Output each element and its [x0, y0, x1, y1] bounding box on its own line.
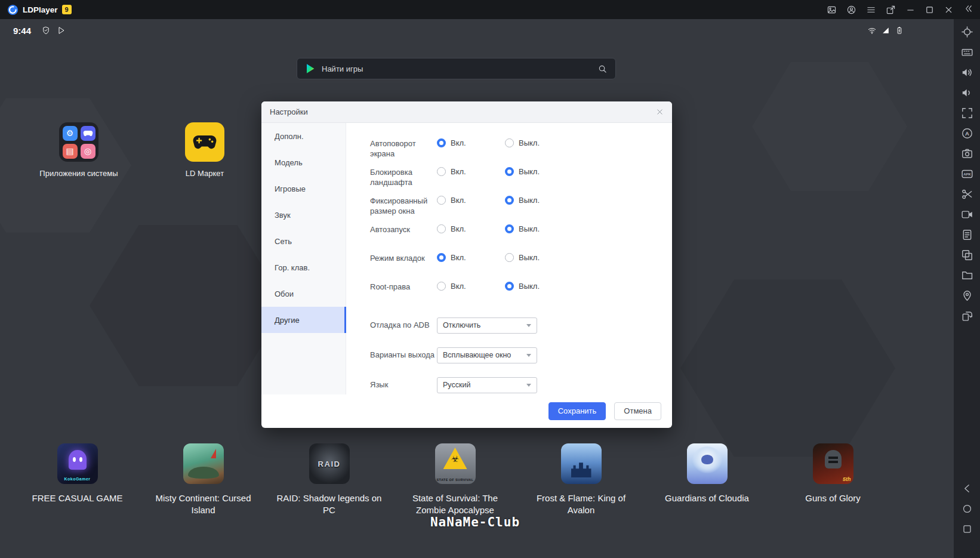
app-tile[interactable]: STATE OF SURVIVAL [435, 443, 476, 484]
cancel-button[interactable]: Отмена [614, 402, 661, 420]
wallpaper-icon[interactable] [827, 5, 836, 14]
dock-app-0[interactable]: KokoGamerFREE CASUAL GAME [14, 443, 140, 516]
radio-icon[interactable] [437, 282, 446, 291]
setting-label: Блокировка ландшафта [370, 167, 437, 187]
dropdown-0[interactable]: Отключить [437, 317, 537, 334]
folder-icon[interactable] [961, 270, 973, 281]
svg-text:APK: APK [963, 172, 971, 176]
dropdown-1[interactable]: Всплывающее окно [437, 347, 537, 363]
script-icon[interactable] [961, 229, 973, 241]
locate-icon[interactable] [961, 26, 973, 38]
location-icon[interactable] [961, 290, 973, 301]
dock-app-6[interactable]: 5thGuns of Glory [770, 443, 896, 516]
watermark: NaNaMe-Club [430, 515, 520, 529]
radio-option-on-3[interactable]: Вкл. [437, 224, 505, 233]
fullscreen-icon[interactable] [961, 107, 973, 119]
screenshot-icon[interactable] [961, 148, 973, 159]
dock-app-2[interactable]: RAIDRAID: Shadow legends on PC [266, 443, 392, 516]
game-search-bar[interactable]: Найти игры [297, 58, 616, 79]
radio-icon[interactable] [505, 196, 514, 205]
app-tile[interactable]: 5th [813, 443, 853, 484]
virtual-key-icon[interactable]: A [961, 128, 973, 139]
ld-market-tile[interactable] [185, 122, 224, 162]
radio-icon[interactable] [437, 253, 446, 262]
popout-icon[interactable] [886, 5, 895, 14]
radio-icon[interactable] [505, 282, 514, 291]
apk-icon[interactable]: APK [961, 168, 973, 180]
radio-option-on-4[interactable]: Вкл. [437, 253, 505, 262]
close-icon[interactable] [944, 5, 953, 14]
radio-icon[interactable] [437, 167, 446, 176]
ld-market-app[interactable]: LD Маркет [154, 122, 255, 178]
volume-down-icon[interactable] [961, 87, 973, 98]
ldplayer-window: LDPlayer 9 9:44 Найти [0, 0, 980, 558]
settings-dialog: Настройки Дополн.МодельИгровыеЗвукСетьГо… [261, 101, 672, 428]
collapse-icon[interactable] [964, 4, 973, 13]
minimize-icon[interactable] [906, 5, 915, 14]
app-tile[interactable] [687, 443, 728, 484]
radio-option-off-1[interactable]: Выкл. [505, 167, 573, 176]
dock-app-5[interactable]: Guardians of Cloudia [644, 443, 770, 516]
scissors-icon[interactable] [961, 189, 973, 200]
app-tile[interactable] [183, 443, 224, 484]
svg-text:A: A [965, 130, 969, 137]
radio-icon[interactable] [505, 253, 514, 262]
save-button[interactable]: Сохранить [548, 402, 606, 420]
radio-icon[interactable] [505, 138, 514, 147]
radio-icon[interactable] [437, 196, 446, 205]
settings-tab-4[interactable]: Сеть [261, 228, 346, 254]
folder-tile[interactable]: ⚙▤◎ [59, 122, 98, 162]
dock-app-1[interactable]: Misty Continent: Cursed Island [140, 443, 266, 516]
radio-option-on-0[interactable]: Вкл. [437, 138, 505, 147]
multi-window-icon[interactable] [961, 249, 973, 261]
radio-option-on-5[interactable]: Вкл. [437, 282, 505, 291]
dropdown-2[interactable]: Русский [437, 377, 537, 393]
settings-tab-label: Другие [275, 316, 300, 325]
home-icon[interactable] [962, 504, 972, 514]
app-tile[interactable]: KokoGamer [57, 443, 98, 484]
radio-option-off-4[interactable]: Выкл. [505, 253, 573, 262]
menu-icon[interactable] [867, 5, 876, 14]
app-tile[interactable] [561, 443, 602, 484]
radio-option-off-0[interactable]: Выкл. [505, 138, 573, 147]
account-icon[interactable] [847, 5, 856, 14]
recents-icon[interactable] [962, 524, 972, 534]
settings-tab-1[interactable]: Модель [261, 149, 346, 175]
radio-option-off-5[interactable]: Выкл. [505, 282, 573, 291]
radio-option-on-2[interactable]: Вкл. [437, 196, 505, 205]
settings-tab-5[interactable]: Гор. клав. [261, 254, 346, 280]
radio-option-on-1[interactable]: Вкл. [437, 167, 505, 176]
setting-label: Фиксированный размер окна [370, 196, 437, 216]
video-icon[interactable] [961, 209, 973, 220]
rotate-icon[interactable] [961, 310, 973, 322]
volume-up-icon[interactable] [961, 67, 973, 78]
radio-option-off-2[interactable]: Выкл. [505, 196, 573, 205]
hexagon-decoration [680, 270, 895, 467]
settings-tab-label: Сеть [275, 237, 292, 246]
battery-icon [895, 26, 904, 35]
settings-tab-3[interactable]: Звук [261, 202, 346, 228]
settings-tab-7[interactable]: Другие [261, 307, 346, 333]
settings-sidebar: Дополн.МодельИгровыеЗвукСетьГор. клав.Об… [261, 123, 346, 394]
settings-tab-0[interactable]: Дополн. [261, 123, 346, 149]
close-icon[interactable] [656, 108, 664, 116]
radio-icon[interactable] [437, 224, 446, 233]
keyboard-icon[interactable] [961, 47, 973, 58]
radio-icon[interactable] [437, 138, 446, 147]
back-icon[interactable] [962, 483, 972, 494]
wifi-icon [868, 26, 876, 35]
setting-row-5: Root-праваВкл.Выкл. [370, 282, 672, 310]
dialog-close-icon[interactable] [656, 108, 664, 116]
dock-app-3[interactable]: STATE OF SURVIVALState of Survival: The … [392, 443, 518, 516]
radio-icon[interactable] [505, 224, 514, 233]
radio-option-off-3[interactable]: Выкл. [505, 224, 573, 233]
maximize-icon[interactable] [925, 5, 934, 14]
dialog-footer: Сохранить Отмена [261, 394, 672, 428]
system-apps-folder[interactable]: ⚙▤◎ Приложения системы [28, 122, 130, 178]
radio-icon[interactable] [505, 167, 514, 176]
dock-app-4[interactable]: Frost & Flame: King of Avalon [518, 443, 644, 516]
titlebar-right [827, 4, 973, 16]
settings-tab-2[interactable]: Игровые [261, 175, 346, 202]
app-tile[interactable]: RAID [309, 443, 350, 484]
settings-tab-6[interactable]: Обои [261, 280, 346, 307]
